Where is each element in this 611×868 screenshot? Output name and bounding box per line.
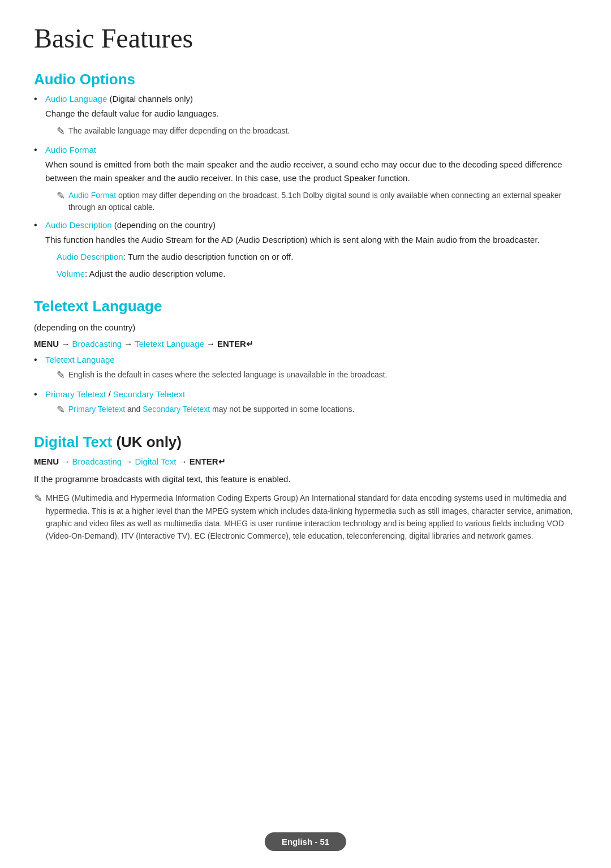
menu-label: MENU xyxy=(34,339,59,349)
teletext-language-path-link[interactable]: Teletext Language xyxy=(135,339,204,349)
enter-symbol: ↵ xyxy=(218,457,226,466)
audio-format-note: ✎ Audio Format option may differ dependi… xyxy=(57,190,577,213)
mheg-note-text: MHEG (Multimedia and Hypermedia Informat… xyxy=(46,492,577,543)
audio-language-suffix: (Digital channels only) xyxy=(107,94,193,104)
audio-options-title: Audio Options xyxy=(34,71,577,88)
audio-language-body: Change the default value for audio langu… xyxy=(45,107,577,121)
note-icon: ✎ xyxy=(57,190,65,203)
teletext-list: Teletext Language ✎ English is the defau… xyxy=(34,355,577,416)
audio-format-link[interactable]: Audio Format xyxy=(45,145,96,154)
primary-teletext-link[interactable]: Primary Teletext xyxy=(45,389,106,399)
teletext-language-link[interactable]: Teletext Language xyxy=(45,355,115,364)
mheg-note: ✎ MHEG (Multimedia and Hypermedia Inform… xyxy=(34,492,577,543)
volume-link[interactable]: Volume xyxy=(57,269,85,278)
audio-description-sub2: Volume: Adjust the audio description vol… xyxy=(57,267,577,281)
list-item: Audio Format When sound is emitted from … xyxy=(34,145,577,213)
teletext-language-title: Teletext Language xyxy=(34,298,577,315)
teletext-note: ✎ English is the default in cases where … xyxy=(57,369,577,382)
audio-format-note-text: Audio Format option may differ depending… xyxy=(68,190,577,213)
arrow-icon: → xyxy=(206,339,217,349)
broadcasting-link-1[interactable]: Broadcasting xyxy=(72,339,122,349)
primary-teletext-note-link[interactable]: Primary Teletext xyxy=(68,405,125,414)
arrow-icon: → xyxy=(124,457,135,466)
arrow-icon: → xyxy=(179,457,190,466)
list-item: Teletext Language ✎ English is the defau… xyxy=(34,355,577,382)
audio-description-body: This function handles the Audio Stream f… xyxy=(45,233,577,247)
audio-language-link[interactable]: Audio Language xyxy=(45,94,107,104)
digital-text-section: Digital Text (UK only) MENU → Broadcasti… xyxy=(34,433,577,543)
audio-language-note: ✎ The available language may differ depe… xyxy=(57,125,577,138)
note-icon: ✎ xyxy=(57,125,65,138)
audio-description-sub1: Audio Description: Turn the audio descri… xyxy=(57,250,577,264)
digital-text-title: Digital Text (UK only) xyxy=(34,433,577,451)
secondary-teletext-link[interactable]: Secondary Teletext xyxy=(113,389,185,399)
audio-format-note-link[interactable]: Audio Format xyxy=(68,191,116,200)
audio-options-section: Audio Options Audio Language (Digital ch… xyxy=(34,71,577,281)
audio-description-sub1-link[interactable]: Audio Description xyxy=(57,252,123,261)
primary-secondary-note-text: Primary Teletext and Secondary Teletext … xyxy=(68,403,354,415)
arrow-icon: → xyxy=(124,339,135,349)
teletext-note-text: English is the default in cases where th… xyxy=(68,369,387,381)
audio-description-suffix: (depending on the country) xyxy=(112,220,216,230)
list-item: Primary Teletext / Secondary Teletext ✎ … xyxy=(34,389,577,416)
list-item: Audio Language (Digital channels only) C… xyxy=(34,94,577,138)
enter-symbol: ↵ xyxy=(246,339,253,349)
audio-options-list: Audio Language (Digital channels only) C… xyxy=(34,94,577,281)
teletext-language-section: Teletext Language (depending on the coun… xyxy=(34,298,577,416)
audio-format-body: When sound is emitted from both the main… xyxy=(45,158,577,185)
list-item: Audio Description (depending on the coun… xyxy=(34,220,577,281)
arrow-icon: → xyxy=(61,457,72,466)
teletext-menu-path: MENU → Broadcasting → Teletext Language … xyxy=(34,339,577,349)
enter-icon: ENTER xyxy=(217,339,246,349)
menu-label: MENU xyxy=(34,457,59,466)
secondary-teletext-note-link[interactable]: Secondary Teletext xyxy=(143,405,210,414)
note-icon: ✎ xyxy=(34,492,42,506)
digital-text-body: If the programme broadcasts with digital… xyxy=(34,472,577,486)
primary-secondary-note: ✎ Primary Teletext and Secondary Teletex… xyxy=(57,403,577,416)
digital-text-path-link[interactable]: Digital Text xyxy=(135,457,176,466)
digital-text-suffix: (UK only) xyxy=(112,433,182,450)
audio-language-note-text: The available language may differ depend… xyxy=(68,125,290,137)
arrow-icon: → xyxy=(61,339,72,349)
enter-icon: ENTER xyxy=(190,457,218,466)
page-title: Basic Features xyxy=(34,23,577,54)
digital-text-menu-path: MENU → Broadcasting → Digital Text → ENT… xyxy=(34,457,577,467)
footer-label: English - 51 xyxy=(282,837,329,846)
note-icon: ✎ xyxy=(57,369,65,382)
page-footer: English - 51 xyxy=(265,832,346,851)
teletext-subtitle: (depending on the country) xyxy=(34,321,577,334)
audio-description-link[interactable]: Audio Description xyxy=(45,220,112,230)
note-icon: ✎ xyxy=(57,403,65,416)
broadcasting-link-2[interactable]: Broadcasting xyxy=(72,457,122,466)
